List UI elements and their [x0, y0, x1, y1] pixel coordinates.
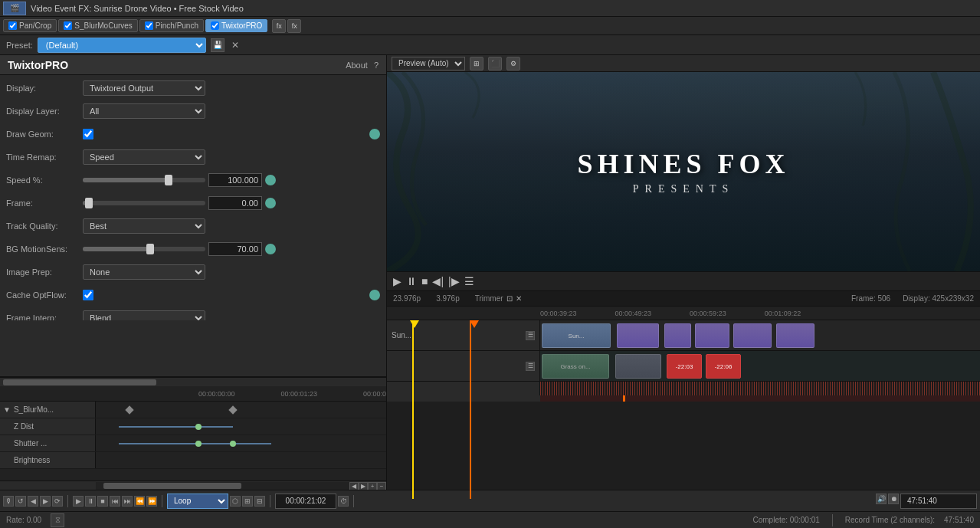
keyframe-dot-shutter-1[interactable] — [195, 441, 202, 447]
param-speed-slider[interactable] — [83, 178, 205, 182]
preview-menu-btn[interactable]: ☰ — [464, 276, 474, 287]
nle-clip-4[interactable] — [695, 323, 729, 348]
preview-info: 23.976p 3.976p Trimmer ⊡ ✕ Frame: 506 Di… — [387, 291, 980, 307]
keyframe-dot-shutter-2[interactable] — [230, 441, 236, 447]
nle-track-2-menu[interactable]: ☰ — [526, 362, 535, 371]
tb-pause[interactable]: ⏸ — [85, 496, 96, 507]
tb-record[interactable]: ⏺ — [888, 494, 899, 504]
preset-select[interactable]: (Default) — [38, 38, 206, 53]
track-lane-brightness[interactable] — [96, 452, 386, 468]
tb-more2[interactable]: ⊟ — [254, 496, 265, 507]
preview-prev-frame-btn[interactable]: ◀| — [432, 276, 444, 287]
tb-rew[interactable]: ⏪ — [134, 496, 145, 507]
nle-clip-b1[interactable] — [615, 354, 661, 379]
nle-clip-5[interactable] — [733, 323, 772, 348]
help-link[interactable]: ? — [374, 61, 379, 70]
param-draw-geom-dot[interactable] — [369, 129, 380, 139]
preview-stop-btn[interactable]: ■ — [421, 276, 428, 287]
tb-play[interactable]: ▶ — [73, 496, 84, 507]
nle-track-lane-2[interactable]: Grass on... -22:03 -22:06 — [540, 351, 980, 381]
track-lane-sblur[interactable] — [96, 402, 386, 418]
tb-start[interactable]: ⏮ — [110, 496, 120, 507]
keyframe-dot-zdist[interactable] — [195, 424, 202, 430]
tb-mic[interactable]: 🎙 — [3, 496, 14, 507]
tb-repeat[interactable]: ⟳ — [52, 496, 63, 507]
nle-indicator-row — [387, 395, 980, 402]
nle-track-lane-1[interactable]: Sun... — [540, 320, 980, 350]
preview-next-frame-btn[interactable]: |▶ — [448, 276, 460, 287]
param-display-select[interactable]: Twixtored Output Input A Input B — [83, 80, 205, 96]
tab-sblur[interactable]: S_BlurMoCurves — [58, 19, 138, 32]
preview-grid-icon[interactable]: ⊞ — [470, 57, 483, 71]
track-collapse-sblur[interactable]: ▼ — [3, 405, 11, 414]
param-bg-motion-dot[interactable] — [265, 244, 276, 254]
nle-track-1-menu[interactable]: ☰ — [526, 331, 535, 340]
tb-time-value: 00:00:21:02 — [286, 497, 326, 505]
tab-sblur-checkbox[interactable] — [64, 21, 72, 30]
tab-twixtor[interactable]: TwixtorPRO — [205, 19, 267, 32]
tb-end[interactable]: ⏭ — [122, 496, 133, 507]
param-frame-interp-select[interactable]: Blend — [83, 310, 205, 320]
preset-save-button[interactable]: 💾 — [211, 38, 225, 52]
preview-settings-icon[interactable]: ⚙ — [506, 57, 520, 71]
keyframe-diamond-1[interactable] — [125, 405, 133, 414]
tb-more1[interactable]: ⊞ — [242, 496, 253, 507]
tb-time-mode[interactable]: ⏱ — [338, 496, 349, 507]
nle-clip-red1[interactable]: -22:03 — [667, 354, 702, 379]
param-draw-geom-checkbox[interactable] — [83, 129, 93, 139]
preview-trimmer-btn[interactable]: ⊡ — [506, 294, 513, 303]
nle-clip-2[interactable] — [617, 323, 659, 348]
nle-clip-red2[interactable]: -22:06 — [706, 354, 741, 379]
param-cache-optflow-dot[interactable] — [369, 290, 380, 300]
about-link[interactable]: About — [346, 61, 368, 70]
preview-play-btn[interactable]: ▶ — [393, 276, 402, 287]
param-cache-optflow-checkbox[interactable] — [83, 290, 93, 300]
param-frame-dot[interactable] — [265, 198, 276, 208]
fx-icon-1[interactable]: fx — [272, 19, 286, 33]
param-draw-geom: Draw Geom: — [6, 126, 380, 143]
plugin-content: Display: Twixtored Output Input A Input … — [0, 75, 386, 320]
preview-pause-btn[interactable]: ⏸ — [406, 276, 417, 287]
nle-clip-3[interactable] — [664, 323, 691, 348]
track-lane-zdist[interactable] — [96, 418, 386, 435]
tab-pancrop[interactable]: Pan/Crop — [3, 19, 57, 32]
tb-next[interactable]: ▶ — [40, 496, 51, 507]
nle-clip-grass[interactable]: Grass on... — [542, 354, 609, 379]
tb-loop-select[interactable]: Loop — [167, 494, 228, 509]
param-frame-slider[interactable] — [83, 201, 205, 205]
tab-pinch[interactable]: Pinch/Punch — [139, 19, 204, 32]
param-display-layer-select[interactable]: All — [83, 103, 205, 119]
tb-record-time-value: 47:51:40 — [907, 497, 937, 505]
track-lane-shutter[interactable] — [96, 435, 386, 451]
fx-icon-2[interactable]: fx — [287, 19, 301, 33]
param-bg-motion-value[interactable] — [208, 242, 262, 256]
param-speed-dot[interactable] — [265, 175, 276, 185]
tb-stop[interactable]: ■ — [97, 496, 108, 507]
preview-zoom-select[interactable]: Preview (Auto) — [392, 57, 465, 71]
nle-clip-sun[interactable]: Sun... — [542, 323, 611, 348]
param-track-quality-select[interactable]: Best Good — [83, 218, 205, 234]
param-time-remap-select[interactable]: Speed Frame — [83, 149, 205, 165]
tb-time-display[interactable]: 00:00:21:02 — [275, 494, 336, 509]
tb-prev[interactable]: ◀ — [28, 496, 38, 507]
param-image-prep-select[interactable]: None — [83, 264, 205, 280]
tb-ff[interactable]: ⏩ — [146, 496, 157, 507]
tb-sep3 — [270, 495, 270, 507]
tab-pinch-checkbox[interactable] — [145, 21, 153, 30]
keyframe-diamond-2[interactable] — [228, 405, 237, 414]
tb-undo[interactable]: ↺ — [15, 496, 26, 507]
param-bg-motion-slider[interactable] — [83, 247, 205, 251]
status-icon-btn[interactable]: ⧖ — [51, 513, 64, 527]
kf-scrollbar-h-thumb[interactable] — [103, 483, 241, 489]
preview-area: SHINES FOX PRESENTS — [387, 72, 980, 271]
tab-twixtor-checkbox[interactable] — [211, 21, 219, 30]
param-speed-value[interactable] — [208, 173, 262, 187]
nle-clip-6[interactable] — [776, 323, 814, 348]
preset-close-button[interactable]: ✕ — [229, 39, 241, 51]
preview-trimmer-close[interactable]: ✕ — [516, 294, 522, 303]
preview-view-icon[interactable]: ⬛ — [488, 57, 502, 71]
tab-pancrop-checkbox[interactable] — [8, 21, 17, 30]
tb-snap[interactable]: ⬡ — [230, 496, 241, 507]
tb-mixer[interactable]: 🔊 — [876, 494, 887, 504]
param-frame-value[interactable] — [208, 196, 262, 210]
